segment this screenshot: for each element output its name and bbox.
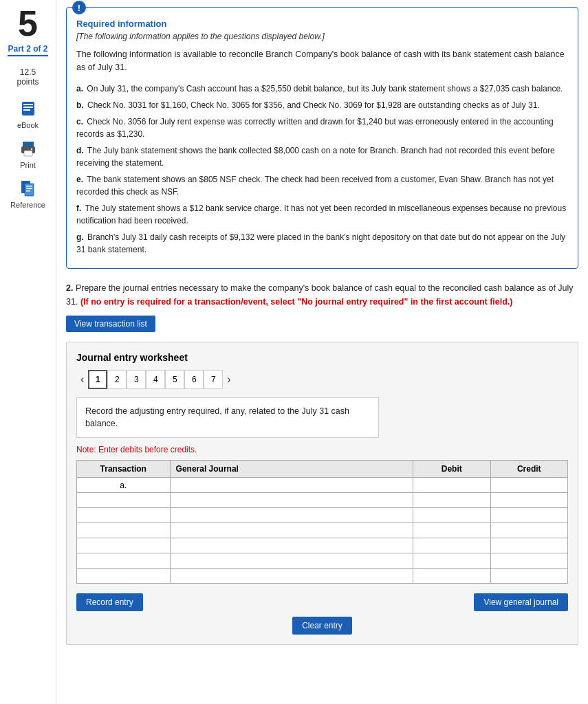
view-general-journal-button[interactable]: View general journal: [474, 593, 568, 611]
list-letter-b: b.: [76, 100, 84, 110]
credit-cell-4[interactable]: [490, 523, 568, 538]
credit-cell-2[interactable]: [490, 493, 568, 508]
record-entry-button[interactable]: Record entry: [76, 593, 143, 611]
journal-cell-5[interactable]: [170, 538, 413, 553]
credit-cell-5[interactable]: [490, 538, 568, 553]
sidebar-item-ebook[interactable]: eBook: [17, 98, 39, 129]
reference-icon: [17, 177, 39, 199]
transaction-cell-1: a.: [77, 478, 171, 493]
list-letter-c: c.: [76, 117, 83, 126]
journal-input-3[interactable]: [175, 511, 409, 520]
svg-rect-1: [23, 104, 33, 105]
btn-row-bottom: Clear entry: [76, 617, 568, 635]
page-button-3[interactable]: 3: [127, 370, 146, 389]
credit-input-4[interactable]: [495, 526, 564, 536]
list-item: e. The bank statement shows an $805 NSF …: [76, 173, 568, 198]
page-button-4[interactable]: 4: [146, 370, 165, 389]
bottom-buttons: Record entry View general journal Clear …: [76, 593, 568, 635]
book-icon: [17, 98, 39, 120]
journal-cell-2[interactable]: [170, 493, 413, 508]
credit-input-6[interactable]: [495, 556, 564, 566]
journal-input-7[interactable]: [175, 571, 409, 581]
btn-row-top: Record entry View general journal: [76, 593, 568, 611]
transaction-cell-6: [77, 553, 171, 569]
transaction-cell-4: [77, 523, 171, 538]
transaction-cell-2: [77, 493, 171, 508]
credit-cell-7[interactable]: [490, 569, 568, 584]
credit-input-5[interactable]: [495, 541, 564, 551]
page-button-1[interactable]: 1: [88, 370, 107, 389]
credit-input-7[interactable]: [495, 571, 564, 581]
debit-input-1[interactable]: [417, 481, 486, 490]
svg-rect-6: [24, 151, 32, 156]
page-next-button[interactable]: ›: [223, 372, 235, 387]
debit-input-3[interactable]: [417, 511, 486, 520]
col-header-debit: Debit: [413, 461, 490, 478]
debit-cell-5[interactable]: [413, 538, 490, 553]
required-info-subtitle: [The following information applies to th…: [76, 32, 568, 41]
journal-cell-1[interactable]: [170, 478, 413, 493]
col-header-transaction: Transaction: [77, 461, 171, 478]
journal-input-6[interactable]: [175, 556, 409, 566]
journal-cell-4[interactable]: [170, 523, 413, 538]
debit-cell-1[interactable]: [413, 478, 490, 493]
sidebar-item-print[interactable]: Print: [17, 138, 39, 169]
transaction-cell-7: [77, 569, 171, 584]
view-transaction-list-button[interactable]: View transaction list: [66, 316, 155, 332]
svg-rect-10: [26, 186, 32, 187]
debit-input-2[interactable]: [417, 496, 486, 505]
debit-input-5[interactable]: [417, 541, 486, 551]
page-button-7[interactable]: 7: [204, 370, 223, 389]
question-red-note: (If no entry is required for a transacti…: [80, 297, 513, 307]
journal-input-4[interactable]: [175, 526, 409, 536]
list-text-e: The bank statement shows an $805 NSF che…: [76, 175, 554, 197]
svg-rect-2: [23, 107, 33, 108]
journal-input-2[interactable]: [175, 496, 409, 505]
debit-cell-4[interactable]: [413, 523, 490, 538]
debit-cell-7[interactable]: [413, 569, 490, 584]
credit-input-1[interactable]: [495, 481, 564, 490]
print-label: Print: [20, 161, 36, 169]
table-row: [77, 493, 568, 508]
svg-rect-11: [26, 188, 32, 190]
info-box: ! Required information [The following in…: [66, 7, 578, 269]
list-letter-a: a.: [76, 84, 83, 94]
journal-input-1[interactable]: [175, 481, 409, 490]
debit-cell-6[interactable]: [413, 553, 490, 569]
credit-input-2[interactable]: [495, 496, 564, 505]
debit-input-6[interactable]: [417, 556, 486, 566]
credit-cell-6[interactable]: [490, 553, 568, 569]
page-button-2[interactable]: 2: [107, 370, 127, 389]
page-button-6[interactable]: 6: [184, 370, 204, 389]
info-icon: !: [72, 1, 86, 14]
table-row: [77, 538, 568, 553]
list-item: a. On July 31, the company's Cash accoun…: [76, 82, 568, 95]
list-item: f. The July statement shows a $12 bank s…: [76, 202, 568, 227]
sidebar: 5 Part 2 of 2 12.5 points eBook: [0, 0, 56, 704]
svg-rect-12: [26, 190, 30, 192]
list-item: c. Check No. 3056 for July rent expense …: [76, 116, 568, 140]
debit-input-4[interactable]: [417, 526, 486, 536]
debit-cell-3[interactable]: [413, 508, 490, 523]
credit-input-3[interactable]: [495, 511, 564, 520]
credit-cell-1[interactable]: [490, 478, 568, 493]
table-row: [77, 553, 568, 569]
col-header-credit: Credit: [490, 461, 568, 478]
journal-cell-6[interactable]: [170, 553, 413, 569]
journal-cell-7[interactable]: [170, 569, 413, 584]
page-button-5[interactable]: 5: [165, 370, 184, 389]
pagination: ‹ 1 2 3 4 5 6 7 ›: [76, 370, 568, 389]
sidebar-item-reference[interactable]: Reference: [10, 177, 45, 209]
debit-input-7[interactable]: [417, 571, 486, 581]
list-item: g. Branch's July 31 daily cash receipts …: [76, 231, 568, 256]
debit-cell-2[interactable]: [413, 493, 490, 508]
journal-input-5[interactable]: [175, 541, 409, 551]
table-row: [77, 569, 568, 584]
page-prev-button[interactable]: ‹: [76, 372, 88, 387]
transaction-cell-5: [77, 538, 171, 553]
journal-cell-3[interactable]: [170, 508, 413, 523]
credit-cell-3[interactable]: [490, 508, 568, 523]
list-text-d: The July bank statement shows the bank c…: [76, 146, 555, 168]
clear-entry-button[interactable]: Clear entry: [292, 617, 352, 635]
table-row: [77, 523, 568, 538]
